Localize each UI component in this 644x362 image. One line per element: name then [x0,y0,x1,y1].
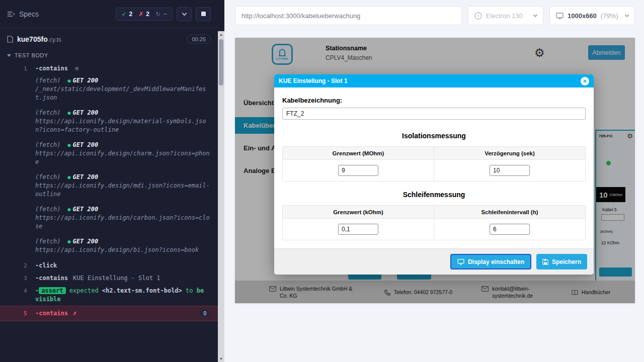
chevron-down-icon [182,11,187,16]
assert-word: expected [69,287,99,294]
fetch-log[interactable]: (fetch)●GET 200 /_next/static/developmen… [0,75,218,107]
scrollbar-thumb[interactable] [219,39,223,85]
chevron-down-icon [533,13,537,17]
viewport-select[interactable]: 1000x660 (79%) [549,6,635,25]
fetch-url: https://api.iconify.design/mdi.json?icon… [35,182,210,199]
spec-timer: 00:25 [187,35,211,44]
modal-header: KUE Einstellung - Slot 1 ✕ [274,74,594,87]
viewport-icon [556,13,564,19]
fetch-status: GET 200 [73,173,99,180]
column-header: Grenzwert (kOhm) [283,206,434,219]
url-input[interactable]: http://localhost:3000/kabelueberwachung [235,6,462,25]
isolation-limit-input[interactable] [338,165,378,176]
command-number: 4 [0,287,35,295]
file-icon [7,36,13,43]
fetch-status: GET 200 [73,109,99,116]
pending-count: -- [163,11,167,18]
display-on-button[interactable]: Display einschalten [450,254,531,269]
fetch-prefix: (fetch) [35,141,61,148]
browser-select[interactable]: Electron 130 [468,6,543,25]
isolation-table: Grenzwert (MOhm) Verzögerung (sek) [282,146,586,182]
cable-name-label: Kabelbezeichnung: [282,97,586,104]
table-cell [434,219,586,240]
stop-icon [201,12,206,16]
close-button[interactable]: ✕ [581,77,589,85]
command-row[interactable]: 1 -contains⚙ [0,62,218,75]
fetch-prefix: (fetch) [35,109,61,116]
fetch-log[interactable]: (fetch)●GET 200 https://api.iconify.desi… [0,236,218,259]
reporter-scrollbar[interactable]: ▲ ▼ [218,31,224,362]
monitor-icon [457,259,464,265]
window: Specs ✓2 ✗2 ↻-- kue705fo.cy.ts 00:25 [0,0,644,362]
display-on-label: Display einschalten [468,258,524,265]
spec-name: kue705fo.cy.ts [17,35,61,43]
gear-icon: ⚙ [75,65,78,72]
specs-list-icon [7,11,15,17]
stop-button[interactable] [196,7,211,21]
app-under-test: LITTWIN Stationsname CPLV4_Maschen ⚙ Abm… [235,38,635,303]
stage-toolbar: http://localhost:3000/kabelueberwachung … [235,6,635,25]
modal-title: KUE Einstellung - Slot 1 [279,77,348,84]
fetch-status: GET 200 [73,238,99,245]
loop-interval-input[interactable] [490,224,530,235]
save-label: Speichern [552,258,581,265]
cable-name-input[interactable] [282,108,586,120]
stage: http://localhost:3000/kabelueberwachung … [224,0,644,362]
scroll-down-icon[interactable]: ▼ [218,357,224,360]
specs-menu-button[interactable]: Specs [7,10,39,18]
save-icon [542,259,548,265]
fetch-status: GET 200 [73,206,99,213]
fetch-log[interactable]: (fetch)●GET 200 https://api.iconify.desi… [0,139,218,171]
save-button[interactable]: Speichern [536,254,587,269]
collapse-button[interactable] [177,7,192,21]
fetch-prefix: (fetch) [35,173,61,180]
fetch-url: https://api.iconify.design/bi.json?icons… [35,246,210,254]
loop-table: Grenzwert (kOhm) Schleifenintervall (h) [282,205,586,240]
fetch-url: https://api.iconify.design/material-symb… [35,117,210,134]
fetch-prefix: (fetch) [35,77,61,84]
column-header: Grenzwert (MOhm) [283,147,434,160]
command-argument: KUE Einstellung - Slot 1 [73,275,160,282]
failed-count: 2 [146,11,149,18]
command-method: -click [35,262,57,269]
cypress-reporter: Specs ✓2 ✗2 ↻-- kue705fo.cy.ts 00:25 [0,0,224,362]
refresh-icon: ↻ [155,11,160,18]
column-header: Verzögerung (sek) [434,147,586,160]
kue-settings-modal: KUE Einstellung - Slot 1 ✕ Kabelbezeichn… [274,74,594,275]
loop-limit-input[interactable] [338,224,378,235]
status-dot-icon: ● [68,239,71,244]
close-icon: ✕ [583,78,587,84]
isolation-delay-input[interactable] [490,165,530,176]
spec-extension: .cy.ts [48,36,61,43]
modal-body: Kabelbezeichnung: Isolationsmessung Gren… [274,87,594,240]
command-row[interactable]: 3 -containsKUE Einstellung - Slot 1 [0,272,218,285]
assert-element: <h2.text-sm.font-bold> [102,287,182,294]
command-number: 5 [0,309,35,318]
children-count-badge: 0 [200,310,210,317]
fetch-url: https://api.iconify.design/carbon.json?i… [35,214,210,231]
scroll-up-icon[interactable]: ▲ [218,33,224,36]
failed-command-row[interactable]: 5 -contains✗ 0 [0,306,218,321]
passed-count: 2 [129,11,133,18]
command-number: 3 [0,274,35,283]
fetch-log[interactable]: (fetch)●GET 200 https://api.iconify.desi… [0,171,218,204]
assert-row[interactable]: 4 -assert expected <h2.text-sm.font-bold… [0,285,218,306]
electron-icon [474,12,482,20]
fetch-log[interactable]: (fetch)●GET 200 https://api.iconify.desi… [0,107,218,139]
test-body-section[interactable]: TEST BODY [0,48,218,61]
check-icon: ✓ [121,11,126,18]
status-dot-icon: ● [68,174,71,180]
status-dot-icon: ● [68,142,71,148]
spec-row[interactable]: kue705fo.cy.ts 00:25 [0,28,218,48]
fetch-status: GET 200 [73,77,99,84]
pending-stat: ↻-- [155,11,167,18]
status-dot-icon: ● [68,207,71,212]
fetch-log[interactable]: (fetch)●GET 200 https://api.iconify.desi… [0,204,218,236]
command-number: 2 [0,261,35,270]
collapse-triangle-icon [7,54,11,57]
command-number: 1 [0,64,35,73]
url-text: http://localhost:3000/kabelueberwachung [242,12,360,20]
viewport-zoom: (79%) [601,12,618,20]
command-row[interactable]: 2 -click [0,259,218,272]
command-method: -contains [35,275,68,282]
